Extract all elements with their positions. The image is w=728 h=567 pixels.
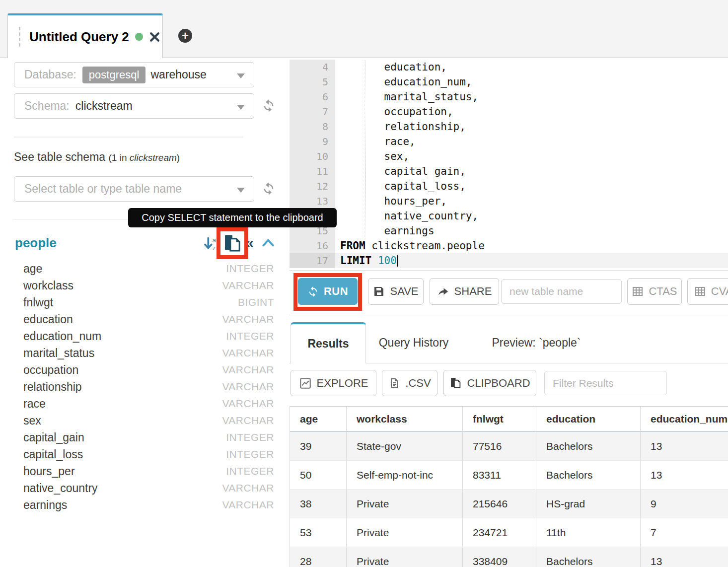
line-code: FROM clickstream.people — [335, 238, 728, 253]
column-type: INTEGER — [226, 330, 274, 342]
schema-column-row: education_numINTEGER — [14, 328, 274, 345]
refresh-icon — [262, 182, 276, 196]
column-type: VARCHAR — [222, 499, 274, 511]
copy-select-icon[interactable] — [222, 233, 242, 253]
column-type: VARCHAR — [222, 313, 274, 325]
tab-drag-handle-icon[interactable] — [19, 27, 20, 47]
table-cell: Private — [347, 490, 463, 518]
table-cell: 215646 — [463, 490, 536, 518]
tab-status-dot — [135, 33, 143, 41]
save-button[interactable]: SAVE — [368, 278, 424, 305]
schema-table-count: (1 in clickstream) — [109, 152, 180, 163]
editor-line: 7 occupation, — [290, 104, 728, 119]
column-name: education — [14, 313, 73, 326]
share-button[interactable]: SHARE — [430, 278, 499, 305]
sql-editor-lines: 4 education,5 education_num,6 marital_st… — [290, 60, 728, 268]
database-select[interactable]: Database: postgresql warehouse — [14, 62, 254, 87]
sidebar-divider — [14, 137, 243, 138]
database-engine-badge: postgresql — [82, 67, 146, 83]
caret-down-icon — [237, 73, 245, 78]
editor-line: 5 education_num, — [290, 74, 728, 89]
line-code: earnings — [335, 223, 728, 238]
line-code: race, — [335, 134, 728, 149]
tab-query-history[interactable]: Query History — [367, 322, 460, 363]
table-cell: 50 — [290, 461, 347, 489]
table-cell: 9 — [641, 490, 728, 518]
schema-column-row: capital_gainINTEGER — [14, 429, 274, 446]
add-tab-button[interactable]: + — [178, 29, 192, 43]
schema-refresh-button[interactable] — [262, 99, 276, 113]
tab-close-icon[interactable] — [149, 31, 160, 43]
header-cell: age — [290, 407, 347, 431]
tab-title: Untitled Query 2 — [29, 29, 129, 45]
schema-column-row: earningsVARCHAR — [14, 496, 274, 513]
line-code: education_num, — [335, 74, 728, 89]
tab-results[interactable]: Results — [291, 322, 366, 363]
sql-editor[interactable]: 4 education,5 education_num,6 marital_st… — [290, 60, 728, 271]
table-grid-icon — [694, 285, 706, 297]
cvas-button[interactable]: CVAS — [687, 278, 728, 305]
query-tab[interactable]: Untitled Query 2 — [7, 13, 163, 58]
column-name: race — [14, 397, 46, 411]
column-name: age — [14, 262, 42, 276]
table-cell: Self-emp-not-inc — [347, 461, 463, 489]
column-type: INTEGER — [226, 448, 274, 460]
tab-preview-people[interactable]: Preview: `people` — [469, 322, 603, 363]
csv-button[interactable]: .CSV — [382, 370, 437, 396]
line-number: 11 — [290, 164, 335, 179]
table-cell: Bachelors — [536, 432, 641, 460]
table-select[interactable]: Select table or type table name — [14, 176, 254, 202]
svg-text:z: z — [213, 244, 216, 252]
editor-line: 8 relationship, — [290, 119, 728, 134]
text-cursor — [397, 255, 398, 267]
refresh-icon — [262, 99, 276, 113]
table-name-people[interactable]: people — [15, 235, 57, 251]
column-type: VARCHAR — [222, 280, 274, 291]
copy-select-tooltip: Copy SELECT statement to the clipboard — [128, 208, 337, 227]
schema-column-row: marital_statusVARCHAR — [14, 345, 274, 361]
line-code: occupation, — [335, 104, 728, 119]
schema-select[interactable]: Schema: clickstream — [14, 93, 254, 119]
ctas-button[interactable]: CTAS — [627, 278, 682, 305]
schema-column-list: ageINTEGERworkclassVARCHARfnlwgtBIGINTed… — [14, 260, 274, 513]
line-code: relationship, — [335, 119, 728, 134]
annotation-copy-select-box — [217, 227, 248, 259]
table-grid-icon — [632, 285, 644, 297]
explore-button[interactable]: EXPLORE — [291, 370, 376, 396]
table-row: 53Private23472111th7 — [290, 518, 728, 547]
filter-results-input[interactable] — [544, 371, 667, 395]
column-name: capital_gain — [14, 431, 84, 444]
clipboard-button[interactable]: CLIPBOARD — [443, 370, 536, 396]
column-name: sex — [14, 414, 41, 427]
column-type: VARCHAR — [222, 364, 274, 376]
editor-line: 6 marital_status, — [290, 89, 728, 104]
line-number: 9 — [290, 134, 335, 149]
line-number: 10 — [290, 149, 335, 164]
table-cell: 39 — [290, 432, 347, 460]
table-cell: 53 — [290, 518, 347, 547]
chevron-up-icon[interactable] — [261, 237, 275, 248]
new-table-name-input[interactable] — [501, 279, 622, 304]
column-name: education_num — [14, 330, 101, 343]
column-name: native_country — [14, 482, 98, 495]
database-value: warehouse — [150, 68, 207, 81]
line-number: 7 — [290, 104, 335, 119]
line-number: 5 — [290, 74, 335, 89]
editor-line: 12 capital_loss, — [290, 179, 728, 194]
column-type: VARCHAR — [222, 347, 274, 359]
caret-down-icon — [237, 105, 245, 110]
line-code: native_country, — [335, 209, 728, 223]
table-refresh-button[interactable] — [262, 182, 276, 196]
database-label: Database: — [24, 68, 76, 81]
line-number: 6 — [290, 89, 335, 104]
column-name: fnlwgt — [14, 296, 53, 309]
run-button[interactable]: RUN — [298, 278, 358, 305]
panel-divider — [290, 315, 728, 315]
column-type: VARCHAR — [222, 381, 274, 393]
column-type: INTEGER — [226, 263, 274, 275]
column-type: INTEGER — [226, 465, 274, 477]
line-code: capital_loss, — [335, 179, 728, 194]
run-label: RUN — [324, 285, 348, 298]
column-type: VARCHAR — [222, 482, 274, 494]
schema-column-row: fnlwgtBIGINT — [14, 294, 274, 311]
